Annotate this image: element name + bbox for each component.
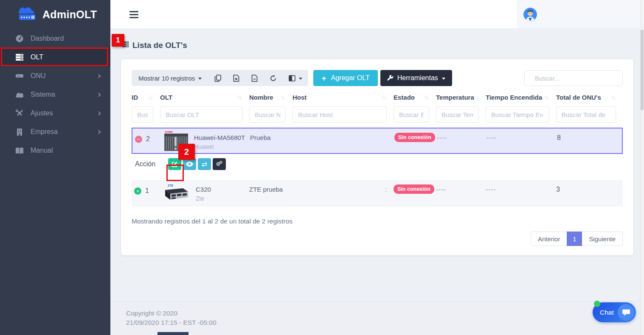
expand-row-icon[interactable]: + xyxy=(134,187,141,195)
row-id: 1 xyxy=(145,187,149,195)
sidebar-item-label: Dashboard xyxy=(31,35,64,42)
add-olt-button[interactable]: + Agregar OLT xyxy=(313,70,377,86)
olt-uptime: ---- xyxy=(486,180,556,207)
table-row-zte[interactable]: + 1 ZTE C320 xyxy=(132,180,623,207)
settings-olt-button[interactable]: ⚙⚙ xyxy=(213,158,226,170)
pagination-page-1-button[interactable]: 1 xyxy=(567,232,582,246)
table-filter-row xyxy=(132,105,623,128)
column-header-nombre[interactable]: Nombre↑↓ xyxy=(249,94,292,101)
export-file-button[interactable] xyxy=(245,70,264,86)
sort-arrows-icon: ↑↓ xyxy=(474,95,478,100)
row-id: 2 xyxy=(146,135,150,143)
adminolt-app: AdminOLT Dashboard OLT xyxy=(0,0,644,335)
footer: Copyright © 2020 21/09/2020 17:15 - EST … xyxy=(110,301,640,335)
olt-brand: Zte xyxy=(196,195,211,202)
filter-estado-input[interactable] xyxy=(394,106,429,123)
page-scrollbar[interactable] xyxy=(640,0,644,335)
sidebar-item-onu[interactable]: ONU xyxy=(0,67,110,85)
filter-temperatura-input[interactable] xyxy=(436,106,479,123)
sidebar-item-empresa[interactable]: Empresa xyxy=(0,123,110,141)
scrollbar-thumb[interactable] xyxy=(641,30,644,110)
filter-olt-input[interactable] xyxy=(160,106,242,123)
column-header-host[interactable]: Host↑↓ xyxy=(292,94,394,101)
status-tooltip-fragment xyxy=(157,332,188,335)
cloud-icon xyxy=(14,91,25,98)
user-avatar[interactable] xyxy=(523,8,537,21)
filter-host-input[interactable] xyxy=(292,106,387,123)
excel-icon xyxy=(233,75,239,82)
annotation-step-badge-2: 2 xyxy=(178,144,195,160)
records-per-page-button[interactable]: Mostrar 10 registros xyxy=(132,70,208,86)
transfer-olt-button[interactable]: ⇄ xyxy=(198,158,211,170)
copyright-text: Copyright © 2020 xyxy=(126,310,177,317)
export-excel-button[interactable] xyxy=(227,70,245,86)
footer-timestamp: 21/09/2020 17:15 - EST -05:00 xyxy=(126,319,217,327)
sidebar-item-label: Manual xyxy=(31,147,53,154)
olt-model: Huawei-MA5680T xyxy=(194,134,245,141)
online-status-dot xyxy=(594,301,600,307)
chevron-right-icon xyxy=(97,92,101,97)
tools-dropdown-button[interactable]: Herramientas xyxy=(380,70,452,86)
view-olt-button[interactable] xyxy=(183,158,196,170)
olt-name: Prueba xyxy=(250,128,293,153)
sort-arrows-icon: ↑↓ xyxy=(611,95,615,100)
column-header-total-onus[interactable]: Total de ONU's↑↓ xyxy=(556,94,623,101)
eye-icon xyxy=(186,162,193,167)
pagination-next-button[interactable]: Siguiente xyxy=(582,232,623,246)
column-header-id[interactable]: ID↑↓ xyxy=(132,94,160,101)
sidebar-item-ajustes[interactable]: Ajustes xyxy=(0,104,110,123)
chevron-right-icon xyxy=(97,111,101,115)
column-header-olt[interactable]: OLT↑↓ xyxy=(160,94,249,101)
cloud-router-logo-icon xyxy=(16,6,38,24)
speech-bubble-icon xyxy=(622,309,630,316)
table-header-row: ID↑↓ OLT↑↓ Nombre↑↓ Host↑↓ Estado↑↓ Temp… xyxy=(132,94,623,105)
olt-host xyxy=(293,128,394,153)
annotation-step-badge-1: 1 xyxy=(112,34,124,47)
table-row-huawei[interactable]: − 2 HUAWEI xyxy=(132,128,623,154)
chat-bubble-circle xyxy=(618,304,634,321)
tools-icon xyxy=(14,109,25,117)
olt-temperature: ---- xyxy=(436,180,486,207)
topbar xyxy=(110,0,640,29)
filter-nombre-input[interactable] xyxy=(249,106,286,123)
column-header-temperatura[interactable]: Temperatura↑↓ xyxy=(436,94,486,101)
collapse-row-icon[interactable]: − xyxy=(135,136,142,143)
copy-icon xyxy=(214,75,221,82)
brand: AdminOLT xyxy=(0,0,110,29)
filter-tiempo-input[interactable] xyxy=(486,106,549,123)
file-icon xyxy=(251,75,258,82)
column-header-tiempo-encendida[interactable]: Tiempo Encendida↑↓ xyxy=(486,94,556,101)
sort-arrows-icon: ↑↓ xyxy=(382,95,386,100)
caret-down-icon xyxy=(198,78,202,80)
zte-olt-device-image: ZTE xyxy=(163,182,190,207)
status-badge: Sin conexión xyxy=(394,184,434,194)
filter-total-input[interactable] xyxy=(556,106,616,123)
records-summary: Mostrando registros del 1 al 2 de un tot… xyxy=(132,218,623,225)
refresh-button[interactable] xyxy=(264,70,283,86)
sort-arrows-icon: ↑↓ xyxy=(237,95,242,100)
sidebar-item-sistema[interactable]: Sistema xyxy=(0,85,110,104)
pagination-previous-button[interactable]: Anterior xyxy=(531,232,567,246)
export-button-group: Mostrar 10 registros xyxy=(132,70,308,86)
olt-uptime: ---- xyxy=(487,128,557,153)
sort-arrows-icon: ↑↓ xyxy=(148,95,152,100)
filter-id-input[interactable] xyxy=(132,106,153,123)
wrench-icon xyxy=(387,75,394,81)
olt-host: : xyxy=(292,180,394,207)
sidebar-toggle-hamburger-icon[interactable] xyxy=(129,11,138,20)
sidebar-item-dashboard[interactable]: Dashboard xyxy=(0,29,110,48)
pagination: Anterior 1 Siguiente xyxy=(132,232,623,246)
svg-text:ZTE: ZTE xyxy=(168,184,174,187)
copy-button[interactable] xyxy=(208,70,227,86)
sidebar-item-label: ONU xyxy=(31,72,46,80)
sidebar-item-label: Ajustes xyxy=(31,109,53,117)
column-header-estado[interactable]: Estado↑↓ xyxy=(394,94,436,101)
olt-brand: Huawei xyxy=(194,143,245,150)
annotation-outline-edit-button xyxy=(166,165,184,181)
refresh-icon xyxy=(270,75,277,82)
sort-arrows-icon: ↑↓ xyxy=(424,95,428,100)
status-badge: Sin conexión xyxy=(394,133,435,142)
sidebar-item-manual[interactable]: Manual xyxy=(0,141,110,160)
search-input[interactable] xyxy=(535,75,619,82)
column-visibility-button[interactable] xyxy=(283,70,308,86)
